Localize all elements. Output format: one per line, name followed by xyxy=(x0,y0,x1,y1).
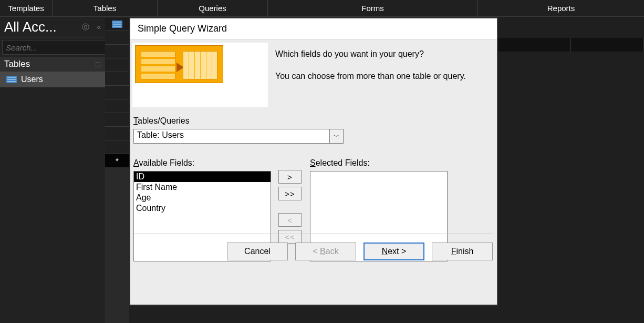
ribbon-tab-tables[interactable]: Tables xyxy=(53,0,158,16)
nav-item-users[interactable]: Users xyxy=(0,72,105,87)
list-item[interactable]: Country xyxy=(134,203,271,214)
table-row[interactable] xyxy=(105,58,129,72)
list-item[interactable]: First Name xyxy=(134,182,271,193)
datasheet-column-headers xyxy=(497,38,644,52)
datasheet-column[interactable] xyxy=(571,38,644,52)
wizard-prompt-1: Which fields do you want in your query? xyxy=(275,48,491,60)
tables-queries-label: Tables/Queries xyxy=(133,107,491,126)
table-icon xyxy=(6,76,17,83)
wizard-illustration xyxy=(132,43,268,107)
add-field-button[interactable]: > xyxy=(278,170,302,184)
next-button[interactable]: Next > xyxy=(363,243,424,260)
back-button[interactable]: < Back xyxy=(295,243,356,260)
table-row[interactable] xyxy=(105,113,129,126)
list-item[interactable]: ID xyxy=(134,171,271,182)
ribbon-tab-queries[interactable]: Queries xyxy=(158,0,268,16)
simple-query-wizard-dialog: Simple Query Wizard Which fields do you … xyxy=(130,18,497,305)
cancel-button[interactable]: Cancel xyxy=(227,243,288,260)
datasheet-selectall[interactable] xyxy=(105,31,129,44)
ribbon-tab-reports[interactable]: Reports xyxy=(478,0,644,16)
nav-section-label: Tables xyxy=(4,59,30,69)
chevron-down-icon: ﹀ xyxy=(334,133,339,140)
tables-queries-combo[interactable]: Table: Users ﹀ xyxy=(133,129,344,144)
nav-title: All Acc... xyxy=(4,19,57,35)
nav-collapse-icon[interactable]: « xyxy=(97,23,101,32)
wizard-prompt-2: You can choose from more than one table … xyxy=(275,70,491,83)
table-row[interactable] xyxy=(105,85,129,99)
arrow-icon xyxy=(176,63,184,72)
nav-search: 🔍 xyxy=(2,40,103,55)
datasheet-column[interactable] xyxy=(497,38,571,52)
combo-dropdown-button[interactable]: ﹀ xyxy=(329,129,343,143)
nav-item-label: Users xyxy=(21,75,43,84)
available-fields-label: Available Fields: xyxy=(133,158,271,168)
navigation-pane: All Acc... ⓞ « 🔍 Tables ⬚ Users xyxy=(0,17,105,323)
nav-header: All Acc... ⓞ « xyxy=(0,17,105,38)
nav-dropdown-icon[interactable]: ⓞ xyxy=(82,23,89,32)
table-icon xyxy=(112,21,122,28)
table-row[interactable] xyxy=(105,44,129,58)
table-row[interactable] xyxy=(105,72,129,85)
table-row[interactable] xyxy=(105,126,129,140)
wizard-footer: Cancel < Back Next > Finish xyxy=(132,234,493,260)
selected-fields-label: Selected Fields: xyxy=(310,158,448,168)
field-move-buttons: > >> < << xyxy=(278,158,303,244)
ribbon-tab-templates[interactable]: Templates xyxy=(0,0,53,16)
remove-field-button[interactable]: < xyxy=(278,213,302,227)
datasheet-row-headers: * xyxy=(105,17,129,323)
combo-value: Table: Users xyxy=(134,129,329,143)
dialog-title: Simple Query Wizard xyxy=(130,18,497,39)
datasheet-tab[interactable] xyxy=(105,17,129,31)
table-row[interactable] xyxy=(105,99,129,113)
table-row[interactable] xyxy=(105,140,129,154)
ribbon-tab-forms[interactable]: Forms xyxy=(268,0,478,16)
ribbon-tabs: Templates Tables Queries Forms Reports xyxy=(0,0,644,17)
wizard-instructions: Which fields do you want in your query? … xyxy=(275,43,491,83)
datasheet-new-row[interactable]: * xyxy=(105,154,129,167)
nav-section-tables[interactable]: Tables ⬚ xyxy=(0,57,105,72)
list-item[interactable]: Age xyxy=(134,193,271,203)
nav-section-expand-icon: ⬚ xyxy=(95,60,101,68)
nav-search-input[interactable] xyxy=(2,40,110,55)
finish-button[interactable]: Finish xyxy=(432,243,493,260)
add-all-fields-button[interactable]: >> xyxy=(278,187,302,200)
